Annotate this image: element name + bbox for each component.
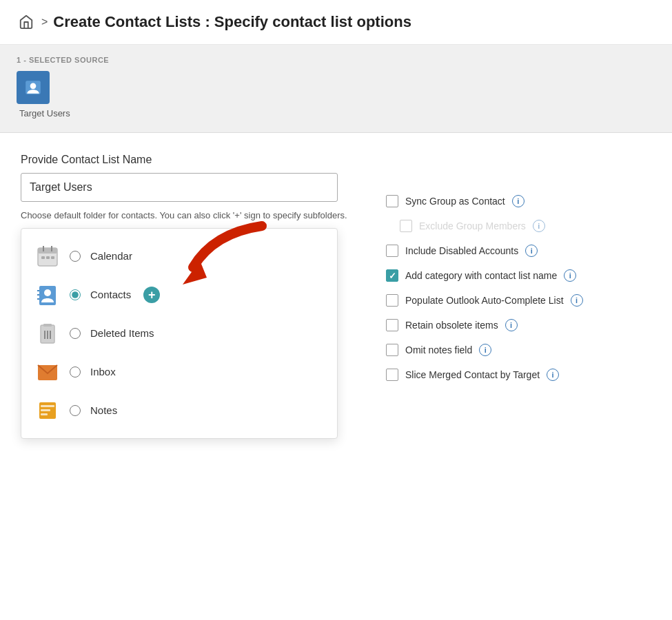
inbox-label: Inbox xyxy=(90,366,116,378)
svg-rect-5 xyxy=(38,248,57,254)
helper-text: Choose default folder for contacts. You … xyxy=(21,209,358,223)
omit-notes-info-icon[interactable]: i xyxy=(479,344,491,356)
deleted-label: Deleted Items xyxy=(90,327,154,339)
svg-rect-23 xyxy=(41,405,54,407)
include-disabled-checkbox[interactable] xyxy=(386,245,398,257)
retain-obsolete-label: Retain obsolete items xyxy=(405,320,498,331)
selected-source-section: 1 - SELECTED SOURCE Target Users xyxy=(0,45,672,133)
sync-group-info-icon[interactable]: i xyxy=(512,195,525,207)
omit-notes-checkbox[interactable] xyxy=(386,344,398,356)
option-populate-autocomplete: Populate Outlook Auto-Complete List i xyxy=(386,294,651,307)
slice-merged-checkbox[interactable] xyxy=(386,369,398,381)
exclude-group-label: Exclude Group Members xyxy=(419,220,526,231)
notes-radio[interactable] xyxy=(70,405,81,416)
main-content: Provide Contact List Name Choose default… xyxy=(0,133,672,459)
option-omit-notes: Omit notes field i xyxy=(386,344,651,356)
svg-rect-24 xyxy=(41,409,50,411)
notes-folder-icon xyxy=(35,398,60,423)
contacts-add-button[interactable]: + xyxy=(143,287,160,303)
svg-rect-10 xyxy=(51,256,54,259)
left-panel: Provide Contact List Name Choose default… xyxy=(21,154,358,439)
calendar-radio[interactable] xyxy=(70,251,81,262)
page-title: Create Contact Lists : Specify contact l… xyxy=(53,13,411,31)
option-exclude-group: Exclude Group Members i xyxy=(400,220,651,232)
home-icon[interactable] xyxy=(17,12,36,32)
source-icon xyxy=(17,71,50,104)
folder-item-inbox[interactable]: Inbox xyxy=(21,353,337,391)
slice-merged-label: Slice Merged Contact by Target xyxy=(405,369,540,380)
source-item: Target Users xyxy=(17,71,655,118)
right-panel: Sync Group as Contact i Exclude Group Me… xyxy=(386,154,651,393)
exclude-group-info-icon[interactable]: i xyxy=(533,220,545,232)
add-category-info-icon[interactable]: i xyxy=(564,269,576,282)
calendar-label: Calendar xyxy=(90,250,132,262)
svg-rect-25 xyxy=(41,413,48,415)
contacts-folder-icon xyxy=(35,282,60,307)
svg-point-15 xyxy=(44,289,51,296)
option-add-category: ✓ Add category with contact list name i xyxy=(386,269,651,282)
breadcrumb-bar: > Create Contact Lists : Specify contact… xyxy=(0,0,672,45)
folder-item-calendar[interactable]: Calendar xyxy=(21,237,337,276)
contacts-label: Contacts xyxy=(90,289,131,300)
retain-obsolete-checkbox[interactable] xyxy=(386,319,398,331)
folder-item-contacts[interactable]: Contacts + xyxy=(21,276,337,314)
slice-merged-info-icon[interactable]: i xyxy=(547,369,559,381)
page-wrapper: > Create Contact Lists : Specify contact… xyxy=(0,0,672,620)
svg-point-1 xyxy=(30,83,37,90)
populate-autocomplete-info-icon[interactable]: i xyxy=(571,294,583,307)
inbox-folder-icon xyxy=(35,360,60,384)
folder-item-notes[interactable]: Notes xyxy=(21,391,337,430)
deleted-radio[interactable] xyxy=(70,328,81,339)
option-include-disabled: Include Disabled Accounts i xyxy=(386,245,651,257)
folder-dropdown: Calendar Cont xyxy=(21,228,338,439)
calendar-folder-icon xyxy=(35,244,60,269)
field-label: Provide Contact List Name xyxy=(21,154,358,166)
sync-group-checkbox[interactable] xyxy=(386,195,398,207)
populate-autocomplete-label: Populate Outlook Auto-Complete List xyxy=(405,295,564,306)
include-disabled-label: Include Disabled Accounts xyxy=(405,245,518,256)
option-slice-merged: Slice Merged Contact by Target i xyxy=(386,369,651,381)
option-sync-group: Sync Group as Contact i xyxy=(386,195,651,207)
add-category-checkmark: ✓ xyxy=(389,271,396,280)
inbox-radio[interactable] xyxy=(70,366,81,378)
breadcrumb-separator: > xyxy=(41,16,48,28)
source-name: Target Users xyxy=(19,108,70,118)
add-category-label: Add category with contact list name xyxy=(405,270,557,281)
option-retain-obsolete: Retain obsolete items i xyxy=(386,319,651,331)
retain-obsolete-info-icon[interactable]: i xyxy=(505,319,518,331)
populate-autocomplete-checkbox[interactable] xyxy=(386,294,398,307)
sync-group-label: Sync Group as Contact xyxy=(405,196,505,207)
svg-rect-9 xyxy=(46,256,50,259)
contacts-radio[interactable] xyxy=(70,289,81,300)
add-category-checkbox[interactable]: ✓ xyxy=(386,269,398,282)
deleted-folder-icon xyxy=(35,321,60,346)
omit-notes-label: Omit notes field xyxy=(405,344,472,355)
folder-item-deleted[interactable]: Deleted Items xyxy=(21,314,337,353)
include-disabled-info-icon[interactable]: i xyxy=(525,245,538,257)
svg-rect-8 xyxy=(41,256,45,259)
svg-rect-17 xyxy=(43,324,52,327)
exclude-group-checkbox[interactable] xyxy=(400,220,412,232)
contact-list-name-input[interactable] xyxy=(21,173,338,202)
notes-label: Notes xyxy=(90,404,117,416)
selected-source-label: 1 - SELECTED SOURCE xyxy=(17,56,655,64)
